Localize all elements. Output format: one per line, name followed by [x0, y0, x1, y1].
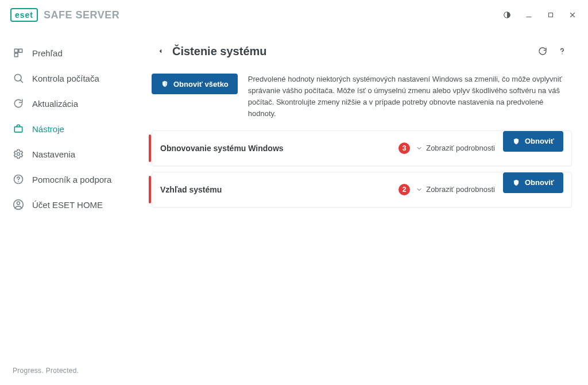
dashboard-icon	[13, 47, 24, 59]
brand-logo: eset	[10, 8, 38, 22]
restore-button[interactable]: Obnoviť	[503, 131, 563, 152]
issue-count-badge: 2	[399, 184, 410, 195]
maximize-button[interactable]	[540, 4, 562, 26]
show-details-toggle[interactable]: Zobraziť podrobnosti	[416, 185, 495, 194]
back-button[interactable]	[152, 42, 170, 60]
sidebar-item-update[interactable]: Aktualizácia	[5, 91, 140, 116]
shield-icon	[161, 80, 169, 88]
svg-rect-5	[14, 49, 18, 52]
titlebar: eset SAFE SERVER	[0, 0, 588, 30]
card-title: Vzhľad systému	[160, 185, 222, 194]
sidebar-item-overview[interactable]: Prehľad	[5, 40, 140, 66]
restore-all-label: Obnoviť všetko	[173, 80, 229, 88]
svg-rect-2	[549, 13, 553, 17]
svg-line-9	[20, 80, 22, 82]
shield-icon	[512, 179, 520, 187]
briefcase-icon	[13, 123, 24, 134]
restore-label: Obnoviť	[525, 137, 554, 145]
restore-all-button[interactable]: Obnoviť všetko	[152, 74, 238, 94]
svg-rect-7	[14, 53, 18, 57]
contrast-icon[interactable]	[496, 4, 518, 26]
shield-icon	[512, 137, 520, 145]
sidebar-item-label: Účet ESET HOME	[32, 200, 103, 210]
sidebar-item-label: Aktualizácia	[32, 99, 78, 109]
page-title: Čistenie systému	[172, 45, 267, 58]
sidebar-item-label: Prehľad	[32, 48, 63, 58]
sidebar-item-label: Kontrola počítača	[32, 74, 99, 83]
close-button[interactable]	[562, 4, 583, 26]
sidebar-item-scan[interactable]: Kontrola počítača	[5, 66, 140, 91]
show-details-label: Zobraziť podrobnosti	[426, 144, 495, 152]
cleaner-card: Vzhľad systému 2 Zobraziť podrobnosti Ob…	[152, 172, 572, 207]
help-icon	[13, 174, 24, 185]
sidebar-item-help[interactable]: Pomocník a podpora	[5, 167, 140, 192]
sidebar-item-account[interactable]: Účet ESET HOME	[5, 192, 140, 217]
user-icon	[13, 199, 24, 210]
card-title: Obnovovanie systému Windows	[160, 144, 284, 153]
svg-point-14	[17, 202, 20, 205]
sidebar-item-settings[interactable]: Nastavenia	[5, 141, 140, 167]
sidebar-item-label: Nástroje	[32, 124, 64, 134]
svg-point-11	[17, 153, 20, 156]
gear-icon	[13, 148, 24, 160]
page-description: Predvolené hodnoty niektorých systémovýc…	[248, 74, 572, 120]
sidebar-item-label: Nastavenia	[32, 149, 75, 159]
show-details-toggle[interactable]: Zobraziť podrobnosti	[416, 144, 495, 152]
minimize-button[interactable]	[518, 4, 540, 26]
sidebar: Prehľad Kontrola počítača Aktualizácia	[0, 30, 145, 385]
chevron-down-icon	[416, 186, 423, 193]
sidebar-item-tools[interactable]: Nástroje	[5, 116, 140, 141]
show-details-label: Zobraziť podrobnosti	[426, 185, 495, 194]
restore-label: Obnoviť	[525, 178, 554, 187]
footer-tagline: Progress. Protected.	[5, 356, 140, 385]
main-panel: Čistenie systému Obnoviť všetko Predvole…	[145, 30, 588, 385]
restore-button[interactable]: Obnoviť	[503, 172, 563, 193]
search-icon	[13, 72, 24, 84]
svg-rect-10	[14, 127, 22, 132]
reload-icon[interactable]	[533, 41, 552, 61]
refresh-icon	[13, 98, 24, 109]
help-icon[interactable]	[552, 41, 572, 61]
product-name: SAFE SERVER	[44, 9, 119, 21]
cleaner-card: Obnovovanie systému Windows 3 Zobraziť p…	[152, 130, 572, 166]
svg-rect-6	[19, 49, 22, 52]
chevron-down-icon	[416, 145, 423, 152]
sidebar-item-label: Pomocník a podpora	[32, 175, 111, 184]
issue-count-badge: 3	[399, 143, 410, 154]
